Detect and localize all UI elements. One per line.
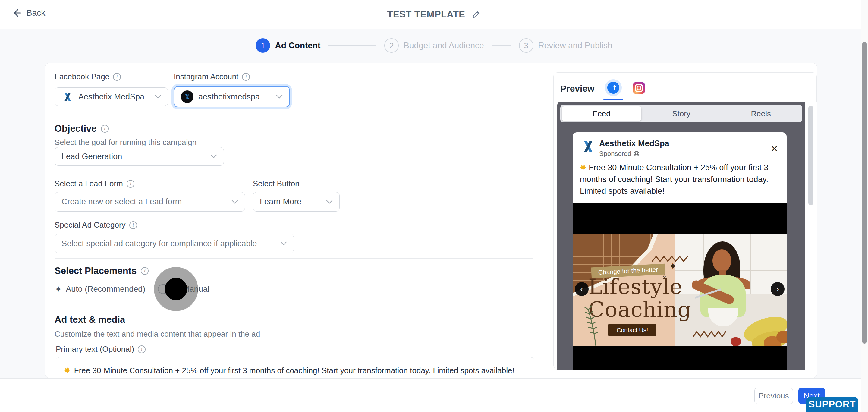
step-2-label: Budget and Audience <box>404 41 484 50</box>
ad-card-header: Aesthetix MedSpa Sponsored ✕ <box>572 132 786 161</box>
step-connector <box>492 45 511 46</box>
click-indicator-overlay <box>154 267 198 311</box>
info-icon[interactable]: i <box>101 125 109 133</box>
special-ad-category-select[interactable]: Select special ad category for complianc… <box>55 234 294 253</box>
primary-text-input[interactable]: ✸ Free 30-Minute Consultation + 25% off … <box>56 357 534 378</box>
info-icon[interactable]: i <box>129 221 137 229</box>
info-icon[interactable]: i <box>127 180 134 188</box>
star-emoji-icon: ✸ <box>580 163 587 172</box>
instagram-icon <box>632 82 646 95</box>
step-3-circle: 3 <box>519 38 533 53</box>
instagram-account-label: Instagram Account i <box>174 72 250 82</box>
info-icon[interactable]: i <box>242 73 250 81</box>
aesthetix-logo-icon <box>183 93 191 101</box>
edit-pencil-icon[interactable] <box>471 10 481 19</box>
chevron-down-icon <box>280 242 287 246</box>
step-2-circle: 2 <box>384 38 399 53</box>
support-button[interactable]: SUPPORT <box>806 397 858 412</box>
platform-tab-facebook[interactable]: f <box>604 79 622 100</box>
active-platform-underline <box>603 99 623 100</box>
select-button-label: Select Button <box>253 179 300 188</box>
preview-header: Preview f <box>560 79 646 100</box>
chevron-down-icon <box>231 200 238 204</box>
step-3-label: Review and Publish <box>538 41 613 50</box>
tab-feed[interactable]: Feed <box>562 106 641 121</box>
ad-content-card: Facebook Page i Aesthetix MedSpa Instagr… <box>44 63 817 378</box>
auto-placement-label: Auto (Recommended) <box>66 285 145 294</box>
page-scrollbar-thumb[interactable] <box>862 42 867 344</box>
info-icon[interactable]: i <box>113 73 121 81</box>
page-title: TEST TEMPLATE <box>387 9 465 20</box>
chevron-down-icon <box>326 200 333 204</box>
step-1-circle: 1 <box>255 38 270 53</box>
ad-media-frame: Change for the better ✦ ✧ Lifestyle Coac… <box>572 203 786 370</box>
back-button[interactable]: Back <box>11 8 45 18</box>
footer-bar: Previous Next <box>0 378 868 412</box>
special-ad-category-label: Special Ad Category i <box>55 220 137 230</box>
back-arrow-icon <box>11 8 22 18</box>
creative-contact-button: Contact Us! <box>608 324 656 336</box>
facebook-icon: f <box>605 79 622 96</box>
instagram-avatar <box>181 90 193 103</box>
special-ad-category-placeholder: Select special ad category for complianc… <box>61 239 276 248</box>
chevron-down-icon <box>210 154 217 159</box>
step-review-publish[interactable]: 3 Review and Publish <box>519 38 613 53</box>
back-label: Back <box>27 8 45 18</box>
objective-select[interactable]: Lead Generation <box>55 147 224 166</box>
wizard-stepper: 1 Ad Content 2 Budget and Audience 3 Rev… <box>0 35 868 56</box>
aesthetix-logo-icon <box>580 138 596 155</box>
zigzag-decoration <box>692 329 729 339</box>
lead-form-label: Select a Lead Form i <box>55 179 134 188</box>
cta-button-value: Learn More <box>260 197 321 207</box>
globe-icon <box>633 151 640 157</box>
aesthetix-logo-icon <box>61 91 73 103</box>
preview-panel: Preview f <box>553 72 817 370</box>
primary-text-label: Primary text (Optional) i <box>56 345 146 354</box>
step-connector <box>328 45 376 46</box>
sparkle-icon: ✦ <box>669 260 677 272</box>
section-divider <box>55 258 533 259</box>
section-divider <box>55 303 533 304</box>
objective-description: Select the goal for running this campaig… <box>55 138 196 147</box>
instagram-account-value: aesthetixmedspa <box>198 92 271 102</box>
chevron-down-icon <box>276 95 283 99</box>
facebook-page-label: Facebook Page i <box>55 72 121 82</box>
ad-sponsored-row: Sponsored <box>599 150 640 158</box>
ad-text-media-description: Customize the text and media content tha… <box>55 329 260 339</box>
select-placements-heading: Select Placements i <box>55 265 149 276</box>
ad-text-media-heading: Ad text & media <box>55 314 125 325</box>
lead-form-select[interactable]: Create new or select a Lead form <box>55 192 245 212</box>
cta-button-select[interactable]: Learn More <box>253 192 340 212</box>
step-budget-audience[interactable]: 2 Budget and Audience <box>384 38 484 53</box>
ad-page-name: Aesthetix MedSpa <box>599 139 670 148</box>
info-icon[interactable]: i <box>141 267 149 275</box>
star-emoji-icon: ✸ <box>64 366 70 375</box>
preview-title: Preview <box>560 84 594 94</box>
info-icon[interactable]: i <box>138 345 146 353</box>
previous-button[interactable]: Previous <box>754 388 793 404</box>
platform-tab-instagram[interactable] <box>632 82 646 96</box>
carousel-next-button[interactable]: › <box>771 282 784 296</box>
ad-creative-image: Change for the better ✦ ✧ Lifestyle Coac… <box>572 233 786 346</box>
primary-text-value: Free 30-Minute Consultation + 25% off yo… <box>74 366 515 375</box>
objective-heading: Objective i <box>55 123 109 134</box>
step-ad-content[interactable]: 1 Ad Content <box>255 38 320 53</box>
tab-reels[interactable]: Reels <box>721 106 801 121</box>
preview-canvas: Feed Story Reels Aesthetix MedSpa Sponso… <box>557 102 805 370</box>
ad-body-text: ✸ Free 30-Minute Consultation + 25% off … <box>580 162 780 197</box>
facebook-page-select[interactable]: Aesthetix MedSpa <box>55 87 168 106</box>
instagram-account-select[interactable]: aesthetixmedspa <box>174 86 290 107</box>
top-header-bar: Back TEST TEMPLATE <box>0 0 868 29</box>
page-title-wrap: TEST TEMPLATE <box>0 0 868 29</box>
objective-value: Lead Generation <box>61 152 206 161</box>
preview-scrollbar-thumb[interactable] <box>808 106 813 205</box>
sparkles-icon: ✦ <box>55 284 62 294</box>
step-1-label: Ad Content <box>275 41 320 50</box>
facebook-page-value: Aesthetix MedSpa <box>79 92 150 102</box>
format-tabs: Feed Story Reels <box>560 105 802 122</box>
close-icon[interactable]: ✕ <box>771 145 778 153</box>
lead-form-placeholder: Create new or select a Lead form <box>61 197 227 207</box>
carousel-prev-button[interactable]: ‹ <box>575 282 589 296</box>
tab-story[interactable]: Story <box>641 106 721 121</box>
page-scrollbar-track <box>861 0 868 412</box>
